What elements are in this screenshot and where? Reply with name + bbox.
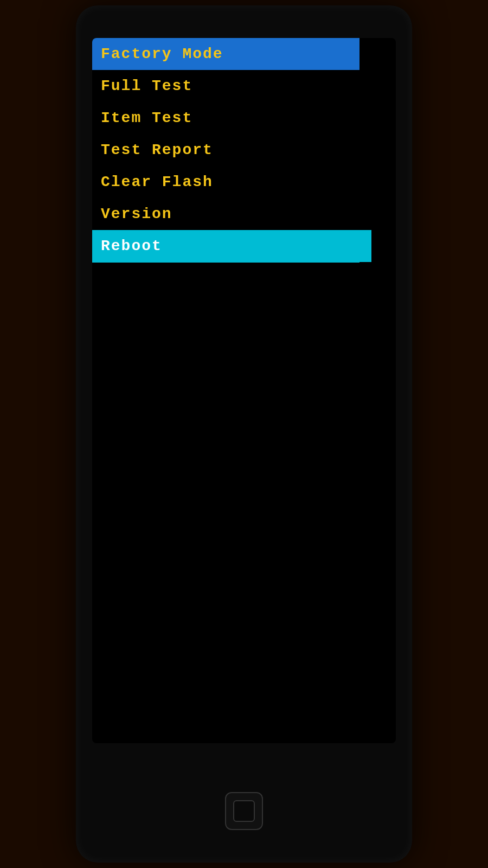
menu-divider: [92, 262, 359, 263]
menu-item-test-report[interactable]: Test Report: [92, 134, 359, 166]
menu-item-reboot[interactable]: Reboot: [92, 230, 371, 262]
phone-screen: Factory ModeFull TestItem TestTest Repor…: [92, 38, 396, 743]
phone-device: Factory ModeFull TestItem TestTest Repor…: [76, 5, 412, 863]
home-button-inner: [233, 800, 255, 822]
menu-item-full-test[interactable]: Full Test: [92, 70, 359, 102]
factory-mode-menu: Factory ModeFull TestItem TestTest Repor…: [92, 38, 396, 263]
menu-item-clear-flash[interactable]: Clear Flash: [92, 166, 359, 198]
menu-item-version[interactable]: Version: [92, 198, 359, 230]
menu-item-factory-mode[interactable]: Factory Mode: [92, 38, 359, 70]
home-button[interactable]: [225, 792, 263, 830]
menu-item-item-test[interactable]: Item Test: [92, 102, 359, 134]
